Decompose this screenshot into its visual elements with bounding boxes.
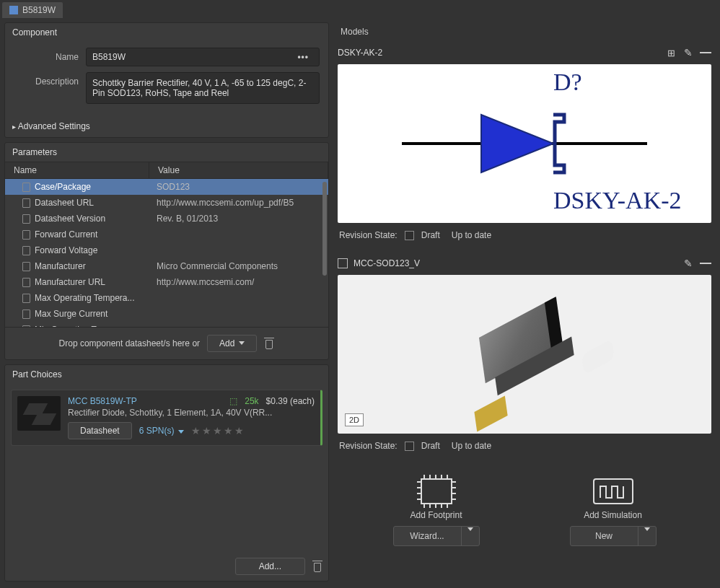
parameter-name: Max Surge Current [5, 307, 149, 320]
add-footprint-label: Add Footprint [410, 510, 462, 520]
uptodate-label: Up to date [452, 230, 491, 240]
document-icon [22, 198, 30, 208]
advanced-settings-toggle[interactable]: Advanced Settings [5, 115, 328, 137]
description-value: Schottky Barrier Rectifier, 40 V, 1 A, -… [92, 78, 313, 98]
parameter-row[interactable]: ManufacturerMicro Commercial Components [5, 258, 328, 274]
parameter-name: Datasheet Version [5, 212, 149, 225]
footprint-icon [421, 478, 452, 504]
parameter-name: Min Operating Tempera... [5, 323, 149, 327]
parameter-value: http://www.mccsemi.com/up_pdf/B5 [149, 196, 328, 209]
part-choices-panel: Part Choices MCC B5819W-TP ⬚ 25k $0.39 (… [4, 364, 329, 582]
parameter-row[interactable]: Max Surge Current [5, 306, 328, 322]
document-icon [22, 310, 30, 319]
add-part-choice-button[interactable]: Add... [235, 558, 305, 575]
parameter-name: Case/Package [5, 180, 149, 193]
caret-down-icon [638, 527, 656, 545]
rating-stars[interactable]: ★★★★★ [191, 425, 245, 436]
symbol-label-text: DSKY-AK-2 [553, 187, 682, 214]
parameter-name: Forward Voltage [5, 244, 149, 257]
symbol-model-title: DSKY-AK-2 [338, 48, 659, 58]
document-icon [22, 294, 30, 303]
parameter-row[interactable]: Min Operating Tempera... [5, 322, 328, 327]
footprint-canvas[interactable]: 2D [338, 275, 711, 434]
caret-down-icon [178, 430, 184, 434]
parameter-row[interactable]: Datasheet VersionRev. B, 01/2013 [5, 211, 328, 227]
parameters-header: Parameters [5, 143, 328, 162]
parameter-name: Max Operating Tempera... [5, 291, 149, 304]
document-icon [22, 230, 30, 240]
part-thumbnail [17, 396, 61, 431]
uptodate-label: Up to date [452, 441, 491, 451]
add-parameter-button[interactable]: Add [207, 335, 257, 352]
revision-state-label: Revision State: [339, 230, 398, 240]
parameter-row[interactable]: Forward Current [5, 227, 328, 242]
parameter-value: Rev. B, 01/2013 [149, 212, 328, 225]
draft-checkbox[interactable] [405, 442, 414, 451]
datasheet-button[interactable]: Datasheet [68, 422, 132, 439]
document-icon [22, 183, 30, 192]
component-header: Component [5, 23, 328, 42]
draft-checkbox[interactable] [405, 231, 414, 240]
delete-parameter-button[interactable] [264, 338, 274, 349]
col-value[interactable]: Value [149, 162, 328, 178]
tab-title: B5819W [22, 5, 56, 15]
name-value: B5819W [92, 52, 126, 62]
footprint-3d-body [472, 301, 576, 395]
footprint-wizard-dropdown[interactable]: Wizard... [393, 526, 480, 546]
description-input[interactable]: Schottky Barrier Rectifier, 40 V, 1 A, -… [86, 72, 320, 104]
parameter-row[interactable]: Datasheet URLhttp://www.mccsemi.com/up_p… [5, 195, 328, 211]
parameter-name: Forward Current [5, 228, 149, 241]
document-icon [22, 246, 30, 255]
part-price: $0.39 (each) [266, 396, 315, 406]
tab-component[interactable]: B5819W [2, 2, 63, 18]
component-tab-icon [9, 6, 18, 14]
tab-bar: B5819W [0, 0, 720, 18]
scrollbar-thumb[interactable] [322, 182, 327, 276]
document-icon [22, 325, 30, 327]
parameter-value [149, 291, 328, 304]
parameter-row[interactable]: Forward Voltage [5, 242, 328, 258]
designator-text: D? [553, 69, 582, 95]
delete-part-choice-button[interactable] [312, 561, 322, 572]
symbol-model-section: DSKY-AK-2 D? DSKY-AK-2 Revision State: D… [333, 44, 716, 245]
models-header: Models [333, 22, 716, 44]
stock-icon: ⬚ [229, 396, 237, 406]
stock-count: 25k [245, 396, 258, 406]
part-choices-header: Part Choices [5, 365, 328, 384]
add-models-row: Add Footprint Wizard... Add Simulation N… [333, 471, 716, 553]
parameter-value [149, 307, 328, 320]
parameter-value: SOD123 [149, 180, 328, 193]
part-title-link[interactable]: MCC B5819W-TP [68, 396, 137, 406]
parameter-value: Micro Commercial Components [149, 260, 328, 273]
spn-dropdown[interactable]: 6 SPN(s) [139, 426, 184, 436]
parameter-row[interactable]: Max Operating Tempera... [5, 290, 328, 306]
name-input[interactable]: B5819W ••• [86, 48, 320, 66]
simulation-icon [593, 478, 633, 504]
diode-triangle [481, 115, 553, 172]
parameters-table-body[interactable]: Case/PackageSOD123Datasheet URLhttp://ww… [5, 179, 328, 327]
view-2d-button[interactable]: 2D [345, 413, 364, 426]
symbol-menu-icon[interactable] [700, 47, 711, 58]
name-more-button[interactable]: ••• [293, 52, 313, 62]
footprint-menu-icon[interactable] [700, 258, 711, 269]
parameter-value [149, 323, 328, 327]
symbol-canvas[interactable]: D? DSKY-AK-2 [338, 64, 711, 223]
parameter-name: Manufacturer URL [5, 276, 149, 289]
edit-footprint-icon[interactable] [682, 258, 694, 269]
col-name[interactable]: Name [5, 162, 149, 178]
part-choice-card[interactable]: MCC B5819W-TP ⬚ 25k $0.39 (each) Rectifi… [11, 390, 322, 446]
add-simulation-item: Add Simulation New [539, 478, 687, 546]
parameter-name: Manufacturer [5, 260, 149, 273]
footprint-model-section: MCC-SOD123_V 2D Revision State: Draft Up… [333, 255, 716, 455]
parameter-row[interactable]: Case/PackageSOD123 [5, 179, 328, 195]
edit-symbol-icon[interactable] [682, 47, 694, 58]
parameter-value [149, 244, 328, 257]
footprint-model-title: MCC-SOD123_V [354, 258, 677, 268]
simulation-new-dropdown[interactable]: New [570, 526, 657, 546]
caret-down-icon [461, 527, 479, 545]
pin-map-icon[interactable] [665, 47, 677, 58]
parameters-table-head: Name Value [5, 162, 328, 179]
caret-down-icon [239, 341, 245, 345]
datasheet-drop-row: Drop component datasheet/s here or Add [5, 327, 328, 359]
parameter-row[interactable]: Manufacturer URLhttp://www.mccsemi.com/ [5, 274, 328, 290]
